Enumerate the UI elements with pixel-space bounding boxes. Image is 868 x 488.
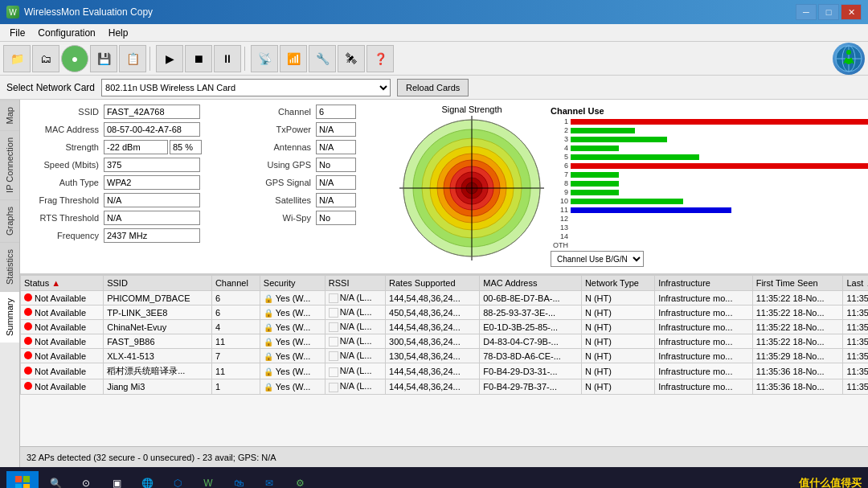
cell-rssi: N/A (L...: [325, 320, 385, 334]
taskbar-wireless[interactable]: W: [194, 470, 222, 488]
taskbar-ie[interactable]: 🌐: [133, 470, 161, 488]
cell-firstseen: 11:35:22 18-No...: [752, 291, 843, 306]
sidetab-summary[interactable]: Summary: [0, 291, 19, 342]
sidetab-graphs[interactable]: Graphs: [0, 199, 19, 242]
gpssignal-value: N/A: [316, 175, 356, 190]
frag-row: Frag Threshold N/A: [23, 193, 248, 207]
toolbar-scan[interactable]: 📡: [251, 45, 278, 72]
networks-table: Status ▲ SSID Channel Security RSSI Rate…: [20, 275, 868, 395]
channel-bar-row: 6: [551, 162, 868, 170]
channel-bar-row: 11: [551, 206, 868, 214]
toolbar-open[interactable]: 📁: [3, 45, 31, 72]
maximize-button[interactable]: □: [818, 4, 839, 20]
frag-label: Frag Threshold: [23, 195, 104, 205]
channel-bar: [571, 181, 619, 187]
toolbar-config[interactable]: 🔧: [309, 45, 336, 72]
taskbar-search[interactable]: 🔍: [42, 470, 69, 488]
statusbar: 32 APs detected (32 secure - 0 unsecured…: [20, 446, 868, 467]
cell-security: 🔒 Yes (W...: [260, 363, 325, 379]
cell-ssid: ChinaNet-Evuy: [104, 320, 212, 334]
channel-bar: [571, 172, 619, 178]
col-firstseen: First Time Seen: [752, 276, 843, 291]
channel-use-dropdown[interactable]: Channel Use B/G/N: [551, 251, 644, 267]
taskbar-mail[interactable]: ✉: [256, 470, 283, 488]
txpower-row: TxPower N/A: [252, 122, 396, 137]
menu-file[interactable]: File: [3, 26, 31, 40]
cell-ssid: XLX-41-513: [104, 349, 212, 363]
taskbar-brand: 值什么值得买: [799, 476, 862, 488]
strength-value: -22 dBm: [104, 140, 168, 154]
rts-label: RTS Threshold: [23, 213, 104, 223]
toolbar-help[interactable]: ❓: [366, 45, 394, 72]
radar-display: [399, 116, 544, 260]
radar-svg: [399, 116, 544, 260]
col-last: Last ▲: [843, 276, 868, 291]
cell-rssi: N/A (L...: [325, 363, 385, 379]
cell-nettype: N (HT): [581, 320, 654, 334]
speed-row: Speed (Mbits) 375: [23, 158, 248, 172]
cell-last: 11:35: [843, 334, 868, 349]
sidetab-ipconnection[interactable]: IP Connection: [0, 130, 19, 199]
status-dot: [24, 351, 32, 359]
lock-icon: 🔒: [264, 294, 273, 303]
channel-number: 5: [551, 153, 568, 161]
channel-bar: [571, 163, 868, 169]
txpower-label: TxPower: [252, 125, 316, 134]
channel-bar: [571, 119, 868, 125]
toolbar-settings[interactable]: ●: [61, 45, 88, 72]
cell-rates: 144,54,48,36,24...: [386, 291, 480, 306]
channel-fields: Channel 6 TxPower N/A Antennas N/A Using…: [252, 105, 396, 269]
taskbar-cortana[interactable]: ⊙: [72, 470, 100, 488]
freq-value: 2437 MHz: [104, 228, 200, 243]
signal-panel: Signal Strength: [399, 105, 544, 269]
sidetab-statistics[interactable]: Statistics: [0, 242, 19, 291]
satellites-label: Satellites: [252, 195, 316, 205]
channel-bar-row: OTH: [551, 241, 868, 249]
statusbar-text: 32 APs detected (32 secure - 0 unsecured…: [27, 453, 276, 462]
toolbar-wifi[interactable]: 📶: [280, 45, 307, 72]
status-dot: [24, 367, 32, 375]
menu-help[interactable]: Help: [102, 26, 135, 40]
taskbar-store[interactable]: 🛍: [225, 470, 252, 488]
taskbar-edge[interactable]: ⬡: [164, 470, 191, 488]
toolbar-export[interactable]: 📋: [119, 45, 146, 72]
toolbar-pause[interactable]: ⏸: [214, 45, 241, 72]
menu-configuration[interactable]: Configuration: [31, 26, 101, 40]
mac-value: 08-57-00-42-A7-68: [104, 122, 200, 137]
taskbar-extra[interactable]: ⚙: [286, 470, 313, 488]
toolbar-play[interactable]: ▶: [156, 45, 183, 72]
cell-status: Not Available: [21, 363, 104, 379]
toolbar-stop[interactable]: ⏹: [185, 45, 212, 72]
table-row: Not Available PHICOMM_D7BACE 6 🔒 Yes (W.…: [21, 291, 869, 306]
netcard-bar: Select Network Card 802.11n USB Wireless…: [0, 76, 868, 100]
channel-number: 4: [551, 144, 568, 152]
lock-icon: 🔒: [264, 323, 273, 332]
reload-button[interactable]: Reload Cards: [397, 79, 469, 96]
taskbar-task[interactable]: ▣: [103, 470, 130, 488]
lock-icon: 🔒: [264, 383, 273, 392]
table-container[interactable]: Status ▲ SSID Channel Security RSSI Rate…: [20, 274, 868, 446]
channel-label: Channel: [252, 107, 316, 117]
usinggps-label: Using GPS: [252, 160, 316, 170]
channel-number: 9: [551, 188, 568, 196]
windows-taskbar: 🔍 ⊙ ▣ 🌐 ⬡ W 🛍 ✉ ⚙ 值什么值得买: [0, 467, 868, 488]
sidetab-map[interactable]: Map: [0, 100, 19, 130]
status-dot: [24, 337, 32, 345]
minimize-button[interactable]: ─: [796, 4, 817, 20]
close-button[interactable]: ✕: [841, 4, 862, 20]
table-row: Not Available 稻村漂兵统暗译录... 11 🔒 Yes (W...…: [21, 363, 869, 379]
start-button[interactable]: [6, 471, 39, 488]
channel-bar-row: 7: [551, 170, 868, 178]
cell-rssi: N/A (L...: [325, 349, 385, 363]
netcard-select[interactable]: 802.11n USB Wireless LAN Card: [101, 79, 391, 96]
toolbar-save[interactable]: 💾: [90, 45, 117, 72]
toolbar-new[interactable]: 🗂: [32, 45, 59, 72]
txpower-value: N/A: [316, 122, 356, 137]
usinggps-value: No: [316, 158, 356, 172]
toolbar-sep2: [244, 47, 248, 71]
app-icon: W: [6, 6, 19, 18]
channel-number: 7: [551, 170, 568, 178]
toolbar-gps[interactable]: 🛰: [338, 45, 365, 72]
svg-rect-22: [23, 476, 30, 482]
titlebar: W WirelessMon Evaluation Copy ─ □ ✕: [0, 0, 868, 24]
